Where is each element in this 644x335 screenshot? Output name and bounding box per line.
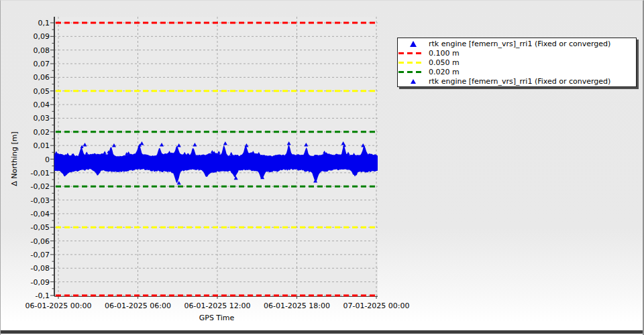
y-tick-label: -0,1 [36,291,50,300]
y-tick-label: 0,07 [34,60,50,68]
dash-line-icon [398,62,429,64]
x-tick-label: 07-01-2025 00:00 [343,302,409,310]
x-tick-label: 06-01-2025 00:00 [25,302,91,310]
legend-label: 0.020 m [429,68,460,76]
y-tick-label: 0,04 [34,100,50,109]
legend-label: rtk engine [femern_vrs]_rri1 (Fixed or c… [429,40,610,48]
legend-item: rtk engine [femern_vrs]_rri1 (Fixed or c… [398,76,636,86]
y-axis-title: Δ Northing [m] [10,131,19,186]
triangle-marker-icon [398,41,429,47]
legend: rtk engine [femern_vrs]_rri1 (Fixed or c… [397,38,637,87]
y-tick-label: 0 [45,155,50,164]
legend-label: rtk engine [femern_vrs]_rri1 (Fixed or c… [429,77,610,86]
timeseries-plot[interactable]: Δ Northing [m] GPS Time 0,10,090,080,070… [1,1,417,335]
x-tick-label: 06-01-2025 18:00 [264,302,330,310]
dash-line-icon [398,71,429,73]
legend-label: 0.100 m [429,49,460,58]
y-tick-label: -0,01 [31,169,50,178]
y-tick-label: 0,01 [34,141,50,150]
legend-item: 0.100 m [398,49,636,58]
y-tick-label: -0,02 [31,182,50,191]
y-tick-label: 0,06 [34,73,50,82]
y-tick-label: -0,07 [31,251,50,259]
window-bottom-bar [1,330,643,334]
y-tick-label: 0,1 [38,19,50,27]
x-tick-label: 06-01-2025 12:00 [184,302,250,310]
y-tick-label: 0,08 [34,46,50,55]
y-tick-label: -0,09 [31,278,50,287]
y-tick-label: 0,09 [34,32,50,41]
legend-item: 0.020 m [398,67,636,76]
triangle-marker-icon [398,79,429,84]
app-window: Δ Northing [m] GPS Time 0,10,090,080,070… [0,0,644,335]
y-tick-label: 0,05 [34,87,50,96]
y-tick-label: -0,03 [31,196,50,205]
y-tick-label: -0,04 [31,210,50,218]
legend-item: 0.050 m [398,58,636,68]
dash-line-icon [398,52,429,54]
y-tick-label: 0,02 [34,128,50,137]
legend-item: rtk engine [femern_vrs]_rri1 (Fixed or c… [398,40,636,49]
y-tick-label: -0,06 [31,237,50,246]
y-tick-label: -0,08 [31,264,50,273]
y-tick-label: -0,05 [31,223,50,232]
x-axis-title: GPS Time [199,314,235,322]
x-tick-label: 06-01-2025 06:00 [105,302,171,310]
y-tick-label: 0,03 [34,114,50,123]
legend-label: 0.050 m [429,58,460,67]
